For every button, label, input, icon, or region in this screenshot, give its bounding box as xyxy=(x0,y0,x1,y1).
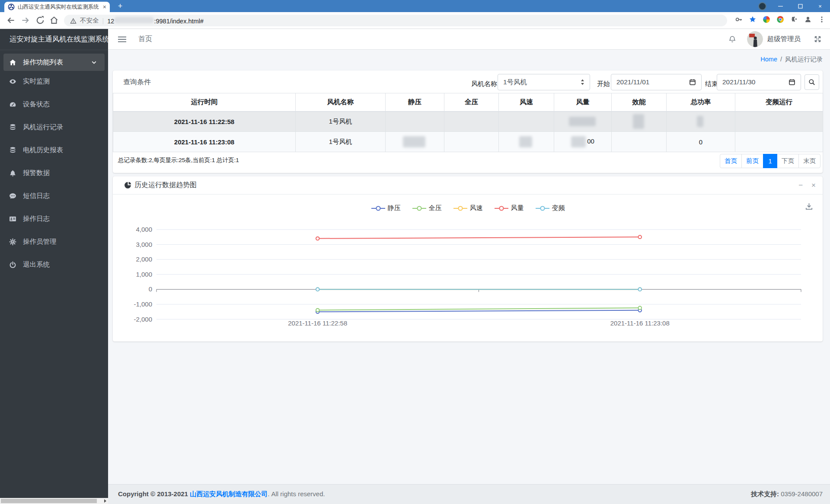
sidebar-item-label: 电机历史报表 xyxy=(23,146,63,155)
search-button[interactable] xyxy=(804,74,819,90)
table-row: 2021-11-16 11:22:581号风机 xyxy=(113,112,823,132)
sidebar-item-报警数据[interactable]: 报警数据 xyxy=(3,164,105,182)
table-cell xyxy=(735,132,823,152)
warning-icon xyxy=(70,18,77,24)
breadcrumb-home-link[interactable]: Home xyxy=(760,56,777,63)
key-icon[interactable] xyxy=(735,16,743,23)
tab-close-icon[interactable]: × xyxy=(103,4,106,10)
query-conditions-title: 查询条件 xyxy=(123,78,151,87)
menu-dots-icon[interactable] xyxy=(818,16,826,23)
forward-icon[interactable] xyxy=(21,16,30,25)
svg-text:-2,000: -2,000 xyxy=(134,316,152,323)
column-header: 风机名称 xyxy=(296,93,386,112)
extensions-puzzle-icon[interactable] xyxy=(790,16,798,23)
chrome-colors-icon[interactable] xyxy=(776,16,784,23)
browser-extensions xyxy=(735,16,826,23)
redacted-value xyxy=(571,136,586,147)
brand[interactable]: 运安对旋主通风机在线监测系统 xyxy=(0,29,108,50)
page-button-下页[interactable]: 下页 xyxy=(777,154,799,168)
window-minimize-button[interactable] xyxy=(770,0,790,12)
screen: 山西运安主通风实时在线监测系统 × + × 不安全 | 12:9981/inde… xyxy=(0,0,830,504)
panel-close-icon[interactable]: × xyxy=(811,181,816,190)
page-button-前页[interactable]: 前页 xyxy=(741,154,763,168)
site-favicon-icon xyxy=(8,3,15,10)
page-button-首页[interactable]: 首页 xyxy=(720,154,742,168)
topnav: 首页 超级管理员 xyxy=(108,29,830,50)
sidebar-item-操作员管理[interactable]: 操作员管理 xyxy=(3,233,105,250)
records-table: 运行时间风机名称静压全压风速风量效能总功率变频运行 2021-11-16 11:… xyxy=(113,93,823,152)
table-cell: 00 xyxy=(554,132,612,152)
sidebar-item-风机运行记录[interactable]: 风机运行记录 xyxy=(3,118,105,136)
footer: Copyright © 2013-2021 山西运安风机制造有限公司. All … xyxy=(108,484,830,504)
home-icon[interactable] xyxy=(49,16,59,25)
company-link[interactable]: 山西运安风机制造有限公司 xyxy=(190,490,268,498)
end-date-label: 结束 xyxy=(705,80,718,88)
table-cell: 0 xyxy=(667,132,735,152)
scrollbar-right-arrow[interactable] xyxy=(102,498,108,504)
hamburger-menu-icon[interactable] xyxy=(118,36,126,43)
column-header: 全压 xyxy=(444,93,499,112)
sidebar: 运安对旋主通风机在线监测系统 操作功能列表 实时监测设备状态风机运行记录电机历史… xyxy=(0,29,108,504)
power-icon xyxy=(9,261,18,268)
start-date-input[interactable]: 2021/11/01 xyxy=(611,74,702,90)
user-avatar[interactable] xyxy=(747,31,763,47)
table-cell: 2021-11-16 11:23:08 xyxy=(113,132,296,152)
svg-text:4,000: 4,000 xyxy=(136,226,152,233)
end-date-input[interactable]: 2021/11/30 xyxy=(717,74,801,90)
sidebar-hscrollbar[interactable] xyxy=(0,498,108,504)
rights-text: . All rights reserved. xyxy=(268,490,325,498)
gear-icon xyxy=(9,238,18,246)
back-icon[interactable] xyxy=(6,16,16,25)
svg-text:3,000: 3,000 xyxy=(136,241,152,248)
fullscreen-expand-icon[interactable] xyxy=(814,35,822,43)
profile-badge-icon[interactable] xyxy=(758,2,766,10)
sidebar-item-实时监测[interactable]: 实时监测 xyxy=(3,73,105,90)
page-button-1[interactable]: 1 xyxy=(763,154,777,168)
url-text: 12:9981/index.html# xyxy=(107,17,204,25)
security-label[interactable]: 不安全 xyxy=(80,16,99,25)
fan-select[interactable]: 1号风机 xyxy=(498,74,590,90)
database-icon xyxy=(9,147,18,154)
eye-icon xyxy=(9,78,18,85)
url-bar[interactable]: 不安全 | 12:9981/index.html# xyxy=(64,15,727,26)
redacted-value xyxy=(569,117,596,126)
table-cell xyxy=(612,132,667,152)
url-redacted-segment xyxy=(114,17,154,23)
table-cell xyxy=(735,112,823,132)
sidebar-items: 实时监测设备状态风机运行记录电机历史报表报警数据短信日志操作日志操作员管理退出系… xyxy=(3,73,105,273)
sidebar-item-电机历史报表[interactable]: 电机历史报表 xyxy=(3,141,105,159)
table-cell xyxy=(386,132,444,152)
pinwheel-extension-icon[interactable] xyxy=(763,16,770,23)
table-row: 2021-11-16 11:23:081号风机000 xyxy=(113,132,823,152)
reload-icon[interactable] xyxy=(35,16,45,25)
sidebar-item-操作日志[interactable]: 操作日志 xyxy=(3,210,105,227)
scrollbar-thumb[interactable] xyxy=(1,499,97,503)
profile-icon[interactable] xyxy=(804,16,812,23)
redacted-value xyxy=(633,114,644,129)
pagination-summary: 总记录条数:2,每页显示:25条,当前页:1 总计页:1 xyxy=(118,156,239,164)
page-button-末页[interactable]: 末页 xyxy=(798,154,820,168)
trend-chart[interactable]: -2,000-1,00001,0002,0003,0004,0002021-11… xyxy=(113,195,823,341)
bell-icon xyxy=(9,169,18,177)
sidebar-item-label: 操作员管理 xyxy=(23,237,57,246)
sidebar-item-短信日志[interactable]: 短信日志 xyxy=(3,187,105,204)
window-close-button[interactable]: × xyxy=(810,0,830,12)
fan-select-value: 1号风机 xyxy=(503,78,581,87)
window-maximize-button[interactable] xyxy=(790,0,810,12)
sidebar-item-label: 报警数据 xyxy=(23,169,50,178)
column-header: 总功率 xyxy=(667,93,735,112)
calendar-icon[interactable] xyxy=(689,79,696,86)
panel-minimize-icon[interactable]: − xyxy=(798,181,803,190)
new-tab-button[interactable]: + xyxy=(115,1,125,11)
notifications-bell-icon[interactable] xyxy=(728,35,736,43)
sidebar-item-function-list[interactable]: 操作功能列表 xyxy=(3,54,105,71)
browser-tab[interactable]: 山西运安主通风实时在线监测系统 × xyxy=(4,2,110,12)
sidebar-item-label: 操作日志 xyxy=(23,214,50,223)
sidebar-item-设备状态[interactable]: 设备状态 xyxy=(3,96,105,113)
bookmark-star-icon[interactable] xyxy=(749,16,757,23)
topnav-home-link[interactable]: 首页 xyxy=(138,35,152,44)
calendar-icon[interactable] xyxy=(788,79,795,86)
column-header: 风量 xyxy=(554,93,612,112)
sidebar-item-退出系统[interactable]: 退出系统 xyxy=(3,256,105,273)
username-label[interactable]: 超级管理员 xyxy=(767,35,801,44)
